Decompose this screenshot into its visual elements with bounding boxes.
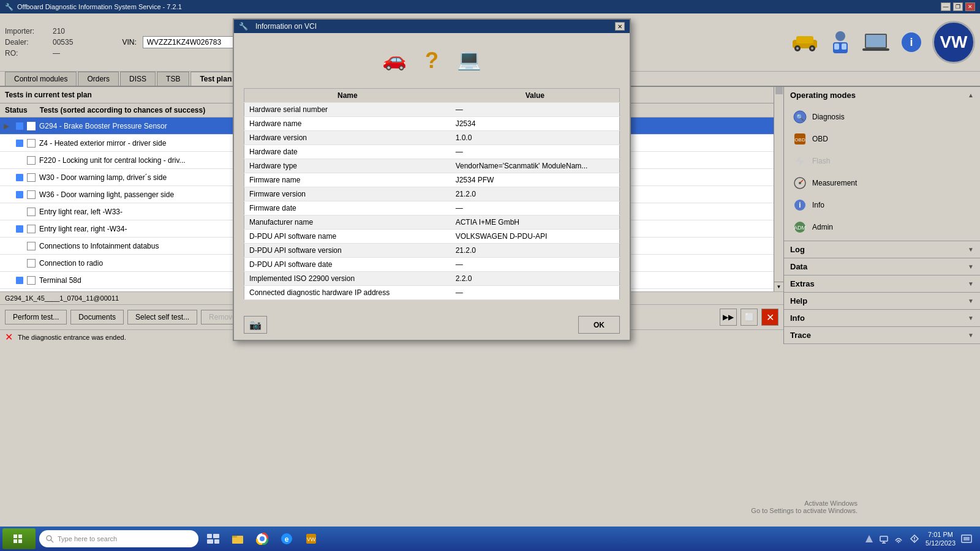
dealer-value: 00535 xyxy=(53,38,73,47)
laptop-icon[interactable] xyxy=(861,28,891,57)
dialog-table-row: Connected diagnostic hardware IP address… xyxy=(244,286,620,300)
svg-rect-54 xyxy=(963,537,970,541)
taskbar-files-icon[interactable] xyxy=(227,528,249,549)
system-tray: 7:01 PM 5/12/2023 xyxy=(864,530,978,548)
row-checkbox[interactable] xyxy=(27,259,36,268)
nav-forward-button[interactable]: ▶▶ xyxy=(720,309,737,326)
dialog-row-name: Hardware name xyxy=(244,117,451,131)
row-checkbox[interactable] xyxy=(27,190,36,199)
data-header[interactable]: Data ▼ xyxy=(784,258,980,275)
dialog-row-value: — xyxy=(451,201,620,216)
tab-control-modules[interactable]: Control modules xyxy=(5,72,77,86)
scroll-down-button[interactable]: ▼ xyxy=(774,282,783,291)
dialog-question-icon[interactable]: ? xyxy=(425,48,439,73)
info-mode-item[interactable]: i Info xyxy=(786,194,978,216)
diagnosis-icon: 🔍 xyxy=(793,110,807,124)
obd-label: OBD xyxy=(812,135,828,143)
taskbar-search[interactable]: Type here to search xyxy=(39,530,198,547)
system-clock[interactable]: 7:01 PM 5/12/2023 xyxy=(925,530,956,548)
trace-header[interactable]: Trace ▼ xyxy=(784,327,980,343)
operating-modes-header[interactable]: Operating modes ▲ xyxy=(784,87,980,103)
dialog-titlebar: 🔧 Information on VCI ✕ xyxy=(234,20,630,33)
measurement-item[interactable]: Measurement xyxy=(786,172,978,194)
car-icon[interactable] xyxy=(790,28,820,57)
col-value-header: Value xyxy=(451,89,620,103)
info-table: Name Value Hardware serial number—Hardwa… xyxy=(244,88,620,300)
vw-logo: VW xyxy=(932,21,975,64)
row-checkbox[interactable] xyxy=(27,276,36,285)
minimize-button[interactable]: — xyxy=(941,2,951,11)
tab-diss[interactable]: DISS xyxy=(120,72,156,86)
activate-line1: Activate Windows xyxy=(751,500,858,507)
dialog-table-row: Hardware typeVendorName='Scanmatik' Modu… xyxy=(244,159,620,173)
test-name: Z4 - Heated exterior mirror - driver sid… xyxy=(39,139,166,148)
svg-point-4 xyxy=(796,47,799,50)
dialog-row-value: J2534 xyxy=(451,117,620,131)
dialog-car-icon[interactable]: 🚗 xyxy=(382,48,407,73)
flash-item[interactable]: Flash xyxy=(786,150,978,172)
test-name: Entry light rear, right -W34- xyxy=(39,225,127,233)
row-checkbox[interactable] xyxy=(27,122,36,130)
camera-button[interactable]: 📷 xyxy=(244,316,267,334)
error-icon: ✕ xyxy=(5,331,13,343)
svg-rect-34 xyxy=(213,534,219,538)
documents-button[interactable]: Documents xyxy=(70,310,124,324)
dialog-row-value: 1.0.0 xyxy=(451,131,620,145)
svg-rect-1 xyxy=(796,36,813,43)
tab-tsb[interactable]: TSB xyxy=(157,72,189,86)
row-checkbox[interactable] xyxy=(27,139,36,148)
log-header[interactable]: Log ▼ xyxy=(784,241,980,258)
taskbar-app-icon[interactable]: VW xyxy=(300,528,322,549)
svg-rect-29 xyxy=(13,539,17,543)
ok-button[interactable]: OK xyxy=(578,316,620,334)
scrollbar[interactable]: ▲ ▼ xyxy=(774,87,783,291)
test-name: F220 - Locking unit for central locking … xyxy=(39,156,186,165)
help-header[interactable]: Help ▼ xyxy=(784,293,980,309)
perform-test-button[interactable]: Perform test... xyxy=(5,310,67,324)
row-checkbox[interactable] xyxy=(27,173,36,182)
taskbar-chrome-icon[interactable] xyxy=(251,528,273,549)
ro-value: — xyxy=(53,49,60,58)
tab-orders[interactable]: Orders xyxy=(78,72,119,86)
svg-rect-11 xyxy=(866,35,886,47)
dialog-laptop-icon[interactable]: 💻 xyxy=(457,48,481,73)
obd-item[interactable]: OBD OBD xyxy=(786,128,978,150)
flash-icon xyxy=(793,154,807,168)
activate-line2: Go to Settings to activate Windows. xyxy=(751,507,858,514)
col-status: Status xyxy=(5,106,28,114)
info-section-header[interactable]: Info ▼ xyxy=(784,310,980,326)
snapshot-button[interactable]: ⬜ xyxy=(741,309,758,326)
row-checkbox[interactable] xyxy=(27,156,36,165)
trace-section: Trace ▼ xyxy=(784,327,980,344)
row-checkbox[interactable] xyxy=(27,208,36,216)
taskbar-taskview-icon[interactable] xyxy=(202,528,224,549)
svg-point-22 xyxy=(799,182,801,184)
dialog-row-value: — xyxy=(451,145,620,159)
select-self-test-button[interactable]: Select self test... xyxy=(127,310,197,324)
taskbar-ie-icon[interactable]: e xyxy=(276,528,298,549)
dialog-row-name: Manufacturer name xyxy=(244,216,451,230)
svg-rect-8 xyxy=(834,43,839,50)
vci-dialog: 🔧 Information on VCI ✕ 🚗 ? 💻 Name Value … xyxy=(233,18,631,341)
svg-rect-36 xyxy=(214,539,219,544)
window-controls[interactable]: — ❐ ✕ xyxy=(941,2,975,11)
col-tests: Tests (sorted according to chances of su… xyxy=(40,106,206,114)
extras-header[interactable]: Extras ▼ xyxy=(784,276,980,292)
dialog-table-row: Hardware nameJ2534 xyxy=(244,117,620,131)
admin-item[interactable]: ADM Admin xyxy=(786,216,978,238)
row-checkbox[interactable] xyxy=(27,242,36,250)
diagnosis-item[interactable]: 🔍 Diagnosis xyxy=(786,106,978,128)
person-icon[interactable] xyxy=(826,28,855,57)
start-button[interactable] xyxy=(2,528,36,549)
restore-button[interactable]: ❐ xyxy=(953,2,963,11)
scroll-thumb[interactable] xyxy=(775,87,783,94)
row-checkbox[interactable] xyxy=(27,225,36,233)
stop-button[interactable]: ✕ xyxy=(761,309,778,326)
info-circle-icon[interactable]: i xyxy=(897,28,926,57)
close-button[interactable]: ✕ xyxy=(965,2,975,11)
test-name: Entry light rear, left -W33- xyxy=(39,208,123,216)
dialog-row-value: VendorName='Scanmatik' ModuleNam... xyxy=(451,159,620,173)
status-dot xyxy=(16,225,23,233)
dialog-close-button[interactable]: ✕ xyxy=(615,22,625,31)
dialog-row-name: D-PDU API software name xyxy=(244,230,451,244)
